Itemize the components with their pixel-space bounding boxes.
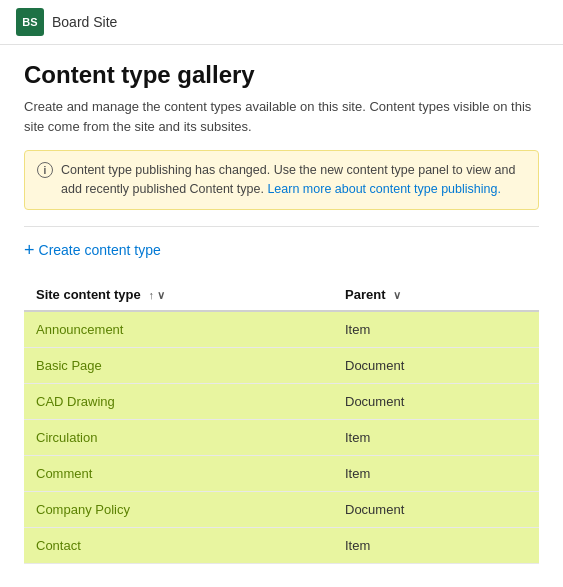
content-type-cell: CAD Drawing xyxy=(24,383,333,419)
table-row: AnnouncementItem xyxy=(24,311,539,348)
content-type-cell: Announcement xyxy=(24,311,333,348)
site-icon: BS xyxy=(16,8,44,36)
divider xyxy=(24,226,539,227)
content-type-table: Site content type ↑ ∨ Parent ∨ Announcem… xyxy=(24,279,539,564)
content-type-cell: Company Policy xyxy=(24,491,333,527)
sort-icons-parent[interactable]: ∨ xyxy=(393,289,401,302)
sort-icons-type[interactable]: ↑ ∨ xyxy=(148,289,165,302)
table-body: AnnouncementItemBasic PageDocumentCAD Dr… xyxy=(24,311,539,564)
info-banner-link[interactable]: Learn more about content type publishing… xyxy=(267,182,501,196)
content-type-cell: Contact xyxy=(24,527,333,563)
column-header-parent[interactable]: Parent ∨ xyxy=(333,279,539,311)
page-title: Content type gallery xyxy=(24,61,539,89)
create-button-label: Create content type xyxy=(39,242,161,258)
content-type-link[interactable]: Circulation xyxy=(36,430,97,445)
table-row: Company PolicyDocument xyxy=(24,491,539,527)
parent-cell: Document xyxy=(333,491,539,527)
content-type-link[interactable]: CAD Drawing xyxy=(36,394,115,409)
plus-icon: + xyxy=(24,241,35,259)
table-header-row: Site content type ↑ ∨ Parent ∨ xyxy=(24,279,539,311)
content-type-cell: Comment xyxy=(24,455,333,491)
top-bar: BS Board Site xyxy=(0,0,563,45)
site-name[interactable]: Board Site xyxy=(52,14,117,30)
parent-cell: Document xyxy=(333,383,539,419)
info-banner-text: Content type publishing has changed. Use… xyxy=(61,161,526,199)
table-row: Basic PageDocument xyxy=(24,347,539,383)
column-header-type[interactable]: Site content type ↑ ∨ xyxy=(24,279,333,311)
parent-cell: Item xyxy=(333,527,539,563)
parent-cell: Item xyxy=(333,455,539,491)
content-type-cell: Circulation xyxy=(24,419,333,455)
content-type-link[interactable]: Company Policy xyxy=(36,502,130,517)
info-icon: i xyxy=(37,162,53,178)
table-row: CommentItem xyxy=(24,455,539,491)
create-content-type-button[interactable]: + Create content type xyxy=(24,241,161,259)
parent-cell: Document xyxy=(333,347,539,383)
page-description: Create and manage the content types avai… xyxy=(24,97,539,136)
parent-cell: Item xyxy=(333,311,539,348)
table-row: CAD DrawingDocument xyxy=(24,383,539,419)
content-type-link[interactable]: Announcement xyxy=(36,322,123,337)
info-banner: i Content type publishing has changed. U… xyxy=(24,150,539,210)
parent-cell: Item xyxy=(333,419,539,455)
table-row: CirculationItem xyxy=(24,419,539,455)
content-type-cell: Basic Page xyxy=(24,347,333,383)
table-row: ContactItem xyxy=(24,527,539,563)
content-type-link[interactable]: Basic Page xyxy=(36,358,102,373)
content-type-link[interactable]: Comment xyxy=(36,466,92,481)
content-type-link[interactable]: Contact xyxy=(36,538,81,553)
main-content: Content type gallery Create and manage t… xyxy=(0,45,563,587)
